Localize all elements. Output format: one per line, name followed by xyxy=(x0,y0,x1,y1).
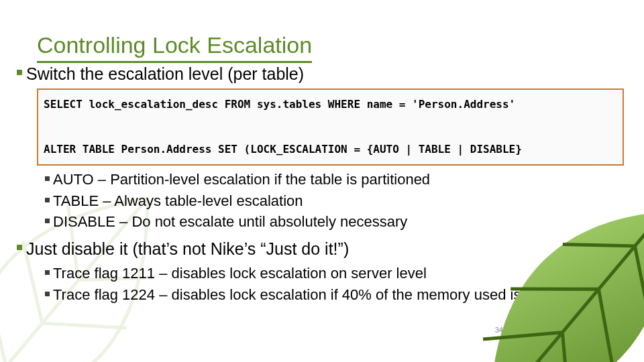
page-number: 34 xyxy=(495,326,503,334)
code-block: SELECT lock_escalation_desc FROM sys.tab… xyxy=(37,88,624,166)
bullet-level1: Just disable it (that’s not Nike’s “Just… xyxy=(17,239,624,259)
slide-title: Controlling Lock Escalation xyxy=(37,32,312,63)
slide: Controlling Lock Escalation Switch the e… xyxy=(0,0,644,362)
bullet-level2: DISABLE – Do not escalate until absolute… xyxy=(45,212,624,232)
bullet-level2: Trace flag 1224 – disables lock escalati… xyxy=(45,285,624,305)
slide-body: Switch the escalation level (per table) … xyxy=(17,64,624,306)
bullet-level2: TABLE – Always table-level escalation xyxy=(45,191,624,211)
bullet-level2: Trace flag 1211 – disables lock escalati… xyxy=(45,263,624,284)
bullet-level2: AUTO – Partition-level escalation if the… xyxy=(45,170,624,190)
bullet-level1: Switch the escalation level (per table) xyxy=(17,64,624,84)
